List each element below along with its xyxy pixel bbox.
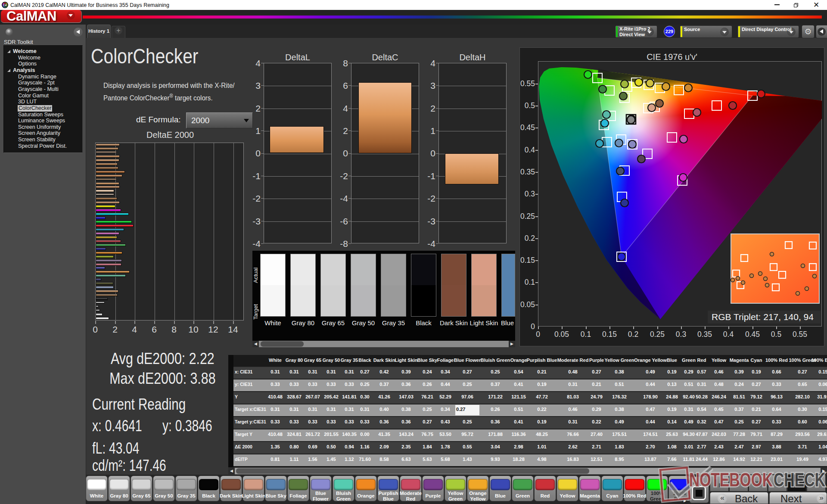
- svg-text:CHECK: CHECK: [774, 469, 825, 490]
- svg-text:NOTEBOOK: NOTEBOOK: [689, 469, 773, 490]
